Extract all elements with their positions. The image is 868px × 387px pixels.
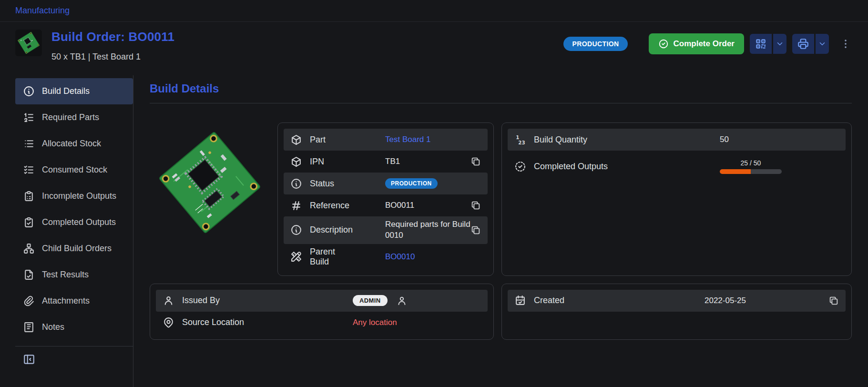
reference-value: BO0011	[385, 201, 414, 210]
print-actions-group	[792, 34, 829, 54]
row-label: Created	[534, 295, 705, 306]
sidebar-item-label: Completed Outputs	[42, 217, 116, 227]
sidebar-item-label: Child Build Orders	[42, 244, 112, 254]
info-circle-icon	[290, 224, 302, 236]
section-divider	[150, 103, 852, 103]
copy-button[interactable]	[470, 225, 481, 235]
status-badge: PRODUCTION	[563, 37, 627, 51]
part-image[interactable]	[150, 122, 270, 243]
sidebar-item-test-results[interactable]: Test Results	[15, 262, 133, 288]
box-icon	[290, 156, 302, 168]
paperclip-icon	[23, 295, 35, 307]
row-issued-by: Issued By ADMIN	[156, 290, 488, 312]
printer-icon	[797, 38, 809, 50]
copy-icon	[470, 225, 481, 235]
detail-row-description: Description Required parts for Build 001…	[284, 216, 488, 244]
chevron-down-icon	[776, 40, 784, 48]
progress-text: 25 / 50	[720, 159, 782, 167]
sidebar-item-required-parts[interactable]: Required Parts	[15, 104, 133, 131]
sidebar-item-completed-outputs[interactable]: Completed Outputs	[15, 209, 133, 235]
copy-button[interactable]	[470, 200, 481, 211]
progress-check-icon	[514, 161, 526, 173]
user-icon	[163, 295, 174, 306]
created-panel: Created 2022-05-25	[501, 284, 852, 340]
stat-label: Build Quantity	[534, 135, 720, 145]
dots-vertical-icon	[840, 38, 851, 50]
build-details-grid: Part Test Board 1 IPN TB1 Status	[150, 122, 852, 340]
info-circle-icon	[290, 178, 302, 190]
barcode-actions-group	[750, 34, 786, 54]
detail-label: Status	[310, 179, 385, 189]
qr-code-dropdown-button[interactable]	[773, 34, 786, 54]
complete-order-button[interactable]: Complete Order	[649, 33, 744, 54]
qr-code-icon	[755, 38, 767, 50]
sidebar-item-allocated-stock[interactable]: Allocated Stock	[15, 131, 133, 157]
stat-label: Completed Outputs	[534, 162, 720, 172]
qr-code-button[interactable]	[750, 34, 772, 54]
svg-text:23: 23	[518, 139, 525, 145]
page-header: Build Order: BO0011 50 x TB1 | Test Boar…	[0, 22, 868, 75]
user-icon	[396, 295, 408, 306]
stat-row-build-quantity: 123 Build Quantity 50	[508, 129, 846, 151]
page-title: Build Order: BO0011	[51, 30, 174, 44]
pcb-image	[150, 122, 270, 243]
copy-icon	[470, 156, 481, 167]
breadcrumb: Manufacturing	[0, 0, 868, 22]
sidebar-item-label: Required Parts	[42, 112, 99, 122]
sidebar-item-attachments[interactable]: Attachments	[15, 288, 133, 314]
part-link[interactable]: Test Board 1	[385, 135, 430, 144]
build-quantity-value: 50	[720, 135, 729, 144]
issued-by-badge: ADMIN	[353, 295, 388, 306]
detail-row-part: Part Test Board 1	[284, 129, 488, 151]
created-value: 2022-05-25	[705, 296, 746, 306]
copy-button[interactable]	[470, 156, 481, 167]
sidebar-collapse-row	[15, 346, 133, 372]
sidebar-item-label: Build Details	[42, 86, 90, 96]
pcb-thumbnail-image	[15, 30, 42, 56]
description-value: Required parts for Build 0010	[385, 219, 470, 241]
source-location-value: Any location	[353, 318, 397, 327]
sidebar-item-label: Notes	[42, 322, 64, 332]
detail-label: Part	[310, 135, 385, 145]
parent-build-link[interactable]: BO0010	[385, 252, 415, 262]
sidebar-item-label: Test Results	[42, 270, 89, 280]
sidebar-item-notes[interactable]: Notes	[15, 314, 133, 340]
hash-icon	[290, 200, 302, 212]
header-actions: PRODUCTION Complete Order	[563, 30, 853, 54]
file-check-icon	[23, 269, 35, 281]
circle-check-icon	[658, 39, 669, 49]
sidebar: Build Details Required Parts Allocated S…	[15, 75, 133, 387]
status-badge: PRODUCTION	[385, 178, 438, 189]
sidebar-item-child-build-orders[interactable]: Child Build Orders	[15, 235, 133, 262]
clipboard-list-icon	[23, 190, 35, 202]
clipboard-check-icon	[23, 216, 35, 228]
print-dropdown-button[interactable]	[816, 34, 829, 54]
sidebar-item-consumed-stock[interactable]: Consumed Stock	[15, 157, 133, 183]
list-icon	[23, 138, 35, 150]
numbers-icon: 123	[514, 134, 526, 146]
detail-row-parent-build: Parent Build BO0010	[284, 244, 488, 270]
calendar-icon	[514, 295, 526, 306]
chevron-down-icon	[818, 40, 827, 48]
tools-icon	[290, 251, 302, 263]
ipn-value: TB1	[385, 157, 400, 166]
list-check-icon	[23, 164, 35, 176]
sidebar-collapse-icon[interactable]	[23, 353, 35, 366]
print-button[interactable]	[792, 34, 814, 54]
detail-label: Reference	[310, 201, 385, 211]
copy-button[interactable]	[828, 295, 839, 306]
page-body: Build Details Required Parts Allocated S…	[0, 75, 868, 387]
info-circle-icon	[23, 85, 35, 97]
sidebar-item-build-details[interactable]: Build Details	[15, 78, 133, 104]
more-actions-button[interactable]	[838, 34, 853, 54]
detail-label: Parent Build	[310, 247, 385, 267]
sidebar-item-label: Attachments	[42, 296, 90, 306]
sidebar-item-incomplete-outputs[interactable]: Incomplete Outputs	[15, 183, 133, 209]
row-label: Source Location	[182, 317, 353, 327]
breadcrumb-link-manufacturing[interactable]: Manufacturing	[15, 6, 70, 16]
notes-icon	[23, 321, 35, 333]
part-thumbnail[interactable]	[15, 30, 42, 56]
sitemap-icon	[23, 243, 35, 255]
row-label: Issued By	[182, 295, 353, 306]
progress-fill	[720, 169, 751, 174]
